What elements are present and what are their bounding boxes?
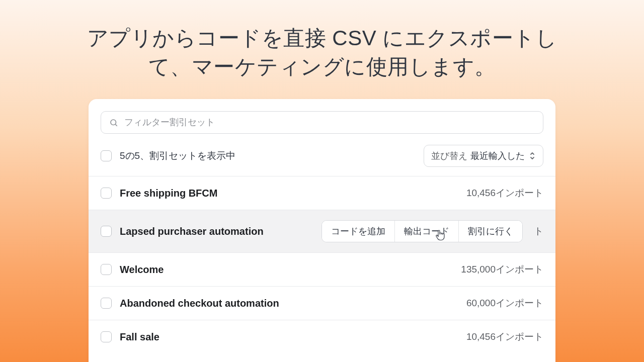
search-input[interactable] bbox=[124, 117, 535, 128]
row-count: 10,456インポート bbox=[466, 187, 543, 200]
row-title: Free shipping BFCM bbox=[120, 188, 458, 199]
table-row[interactable]: Lapsed purchaser automation コードを追加 輸出コード… bbox=[89, 210, 555, 252]
export-codes-button[interactable]: 輸出コード bbox=[394, 221, 458, 242]
table-row[interactable]: Fall sale 10,456インポート bbox=[89, 320, 555, 353]
svg-point-0 bbox=[111, 120, 116, 125]
svg-line-1 bbox=[115, 124, 117, 126]
select-all-checkbox[interactable] bbox=[101, 150, 112, 161]
table-row[interactable]: Abandoned checkout automation 60,000インポー… bbox=[89, 286, 555, 320]
page-headline: アプリからコードを直接 CSV にエクスポートして、マーケティングに使用します。 bbox=[0, 0, 644, 81]
go-to-discount-button[interactable]: 割引に行く bbox=[458, 221, 522, 242]
row-count: 10,456インポート bbox=[466, 330, 543, 343]
sort-button[interactable]: 並び替え 最近輸入した bbox=[424, 145, 543, 167]
row-checkbox[interactable] bbox=[101, 264, 112, 275]
row-count: 135,000インポート bbox=[461, 263, 543, 276]
row-count-truncated: ト bbox=[534, 225, 543, 238]
row-count: 60,000インポート bbox=[466, 297, 543, 310]
search-icon bbox=[109, 118, 118, 127]
row-title: Abandoned checkout automation bbox=[120, 298, 458, 309]
list-header: 5の5、割引セットを表示中 並び替え 最近輸入した bbox=[89, 142, 555, 176]
search-box[interactable] bbox=[101, 111, 543, 134]
sort-value: 最近輸入した bbox=[470, 150, 525, 162]
table-row[interactable]: Free shipping BFCM 10,456インポート bbox=[89, 176, 555, 210]
row-checkbox[interactable] bbox=[101, 226, 112, 237]
add-codes-button[interactable]: コードを追加 bbox=[322, 221, 394, 242]
row-title: Fall sale bbox=[120, 331, 458, 343]
sort-label: 並び替え bbox=[431, 150, 467, 162]
showing-count: 5の5、割引セットを表示中 bbox=[120, 149, 416, 162]
row-title: Welcome bbox=[120, 264, 453, 276]
chevron-up-down-icon bbox=[529, 152, 536, 160]
table-row[interactable]: Welcome 135,000インポート bbox=[89, 252, 555, 286]
row-action-group: コードを追加 輸出コード 割引に行く bbox=[321, 220, 523, 242]
row-title: Lapsed purchaser automation bbox=[120, 226, 313, 237]
discount-rows: Free shipping BFCM 10,456インポート Lapsed pu… bbox=[89, 176, 555, 353]
discount-sets-card: 5の5、割引セットを表示中 並び替え 最近輸入した Free shipping … bbox=[89, 99, 555, 362]
row-checkbox[interactable] bbox=[101, 331, 112, 342]
row-checkbox[interactable] bbox=[101, 298, 112, 309]
row-checkbox[interactable] bbox=[101, 188, 112, 199]
